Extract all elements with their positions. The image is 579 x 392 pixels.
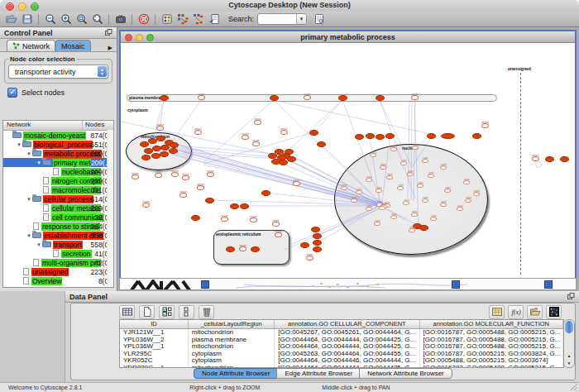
tree-row[interactable]: nucleobase-209(0)	[3, 167, 113, 176]
network-node-small[interactable]	[254, 120, 261, 125]
tree-row[interactable]: ▼biological_process651(0)	[3, 140, 113, 149]
tree-row[interactable]: macromolecule311(0)	[3, 185, 113, 194]
network-node[interactable]	[419, 225, 428, 231]
network-node[interactable]	[427, 133, 436, 139]
frame-close-button[interactable]	[125, 34, 132, 41]
network-node-small[interactable]	[417, 184, 423, 188]
network-node-small[interactable]	[221, 217, 228, 222]
network-node-small[interactable]	[366, 178, 372, 182]
network-node[interactable]	[366, 133, 375, 139]
table-cell[interactable]: YKR052C	[120, 357, 189, 365]
import-attributes-icon[interactable]	[527, 305, 543, 319]
tree-row[interactable]: ▼establishment of lo558(0)	[3, 231, 113, 240]
network-node[interactable]	[240, 203, 249, 209]
network-node-small[interactable]	[390, 147, 397, 151]
scroll-down-icon[interactable]: ▼	[564, 360, 574, 367]
table-cell[interactable]: cytoplasm	[189, 351, 275, 358]
network-node-small[interactable]	[532, 156, 539, 161]
network-node-small[interactable]	[207, 172, 214, 177]
network-node[interactable]	[169, 148, 178, 154]
network-node-small[interactable]	[242, 135, 249, 140]
network-node[interactable]	[279, 160, 288, 165]
table-cell[interactable]: [GO:0045263, GO:0044464, GO:0044455, G..…	[275, 351, 419, 358]
search-input[interactable]: ▼	[257, 13, 307, 25]
network-node-small[interactable]	[380, 165, 386, 170]
tab-network[interactable]: Network	[7, 40, 55, 51]
network-node-small[interactable]	[463, 180, 470, 184]
tab-edge-attribute-browser[interactable]: Edge Attribute Browser	[276, 368, 361, 379]
tree-expand-icon[interactable]: ▼	[26, 197, 32, 202]
table-cell[interactable]: [GO:0016787, GO:0005215, GO:0003824, G..…	[420, 351, 563, 358]
advanced-search-icon[interactable]	[311, 12, 327, 26]
table-cell[interactable]: mitochondrion	[189, 343, 275, 351]
table-cell[interactable]: [GO:0045267, GO:0045261, GO:0044464, G..…	[275, 329, 419, 337]
tree-row[interactable]: ▼primary metabo209(...	[3, 158, 113, 167]
network-node[interactable]	[285, 149, 294, 155]
tree-header-nodes[interactable]: Nodes	[83, 121, 113, 130]
table-scrollbar[interactable]: ▲ ▼	[563, 319, 575, 368]
network-node[interactable]	[277, 155, 286, 160]
network-node-small[interactable]	[356, 190, 362, 194]
function-builder-icon[interactable]: f(x)	[508, 305, 524, 319]
node-color-dropdown[interactable]: transporter activity ▲▼	[8, 65, 108, 79]
network-node-small[interactable]	[252, 141, 260, 146]
search-dropdown-icon[interactable]: ▼	[296, 14, 306, 24]
table-cell[interactable]: [GO:0044464, GO:0044444, GO:0044425, G..…	[275, 343, 419, 351]
delete-attribute-icon[interactable]	[199, 305, 214, 319]
network-node-small[interactable]	[156, 126, 164, 131]
tree-row[interactable]: response to stimul264(0)	[3, 222, 113, 231]
table-column-header[interactable]: _cellularLayoutRegion	[189, 320, 275, 328]
network-node-small[interactable]	[306, 256, 313, 261]
network-node-small[interactable]	[409, 228, 415, 232]
matrix-view-icon[interactable]	[546, 305, 562, 319]
network-node-small[interactable]	[341, 186, 347, 190]
network-node-small[interactable]	[293, 181, 300, 186]
zoom-selected-region-icon[interactable]	[74, 12, 89, 26]
network-node-small[interactable]	[250, 218, 257, 222]
network-node-small[interactable]	[198, 95, 205, 100]
mosaic-node-colors-icon[interactable]	[159, 12, 175, 26]
tab-mosaic[interactable]: Mosaic	[55, 40, 91, 51]
tree-row[interactable]: unassigned223(0)	[3, 267, 113, 276]
network-node-small[interactable]	[194, 130, 202, 135]
network-node-small[interactable]	[386, 175, 393, 179]
zoom-in-icon[interactable]	[58, 12, 74, 26]
tab-network-attribute-browser[interactable]: Network Attribute Browser	[359, 368, 452, 379]
network-node[interactable]	[230, 203, 239, 209]
network-node-small[interactable]	[132, 174, 139, 179]
network-node-small[interactable]	[304, 95, 311, 100]
frame-zoom-button[interactable]	[146, 34, 154, 41]
table-cell[interactable]: YLR295C	[120, 351, 189, 358]
network-node[interactable]	[160, 95, 169, 101]
network-node[interactable]	[160, 151, 169, 157]
table-row[interactable]: YJR121W__1mitochondrion[GO:0045267, GO:0…	[120, 329, 563, 337]
tree-expand-icon[interactable]: ▼	[26, 151, 32, 156]
network-node[interactable]	[287, 156, 296, 162]
select-attributes-icon[interactable]	[159, 305, 175, 319]
network-node-small[interactable]	[400, 161, 407, 165]
network-node-small[interactable]	[272, 222, 280, 227]
network-node-small[interactable]	[444, 189, 451, 193]
tree-row[interactable]: cell communicat22(0)	[3, 213, 113, 222]
network-node-small[interactable]	[481, 123, 489, 128]
table-row[interactable]: YLR295Ccytoplasm[GO:0045263, GO:0044464,…	[120, 351, 563, 358]
scrollbar-thumb[interactable]	[565, 321, 573, 333]
network-node-small[interactable]	[179, 193, 187, 198]
network-node[interactable]	[170, 142, 179, 148]
tree-row[interactable]: nitrogen compo209(0)	[3, 176, 113, 185]
tree-expand-icon[interactable]: ▼	[36, 160, 42, 165]
tree-row[interactable]: ▼cellular process614(0)	[3, 194, 113, 203]
network-node[interactable]	[545, 156, 554, 162]
network-node[interactable]	[251, 246, 260, 252]
help-icon[interactable]	[136, 12, 151, 26]
network-node[interactable]	[385, 133, 395, 139]
select-nodes-checkbox[interactable]: ✓	[7, 88, 17, 98]
plasma-membrane-region[interactable]	[127, 94, 497, 102]
table-cell[interactable]: [GO:0016787, GO:0005488, GO:0005215, G..…	[420, 343, 563, 351]
create-attribute-table-icon[interactable]	[489, 305, 505, 319]
network-node-small[interactable]	[465, 198, 471, 203]
table-cell[interactable]: YJR121W__1	[120, 329, 189, 337]
network-node[interactable]	[313, 233, 322, 239]
mosaic-restore-layout-icon[interactable]	[190, 12, 206, 26]
network-node[interactable]	[472, 133, 481, 139]
